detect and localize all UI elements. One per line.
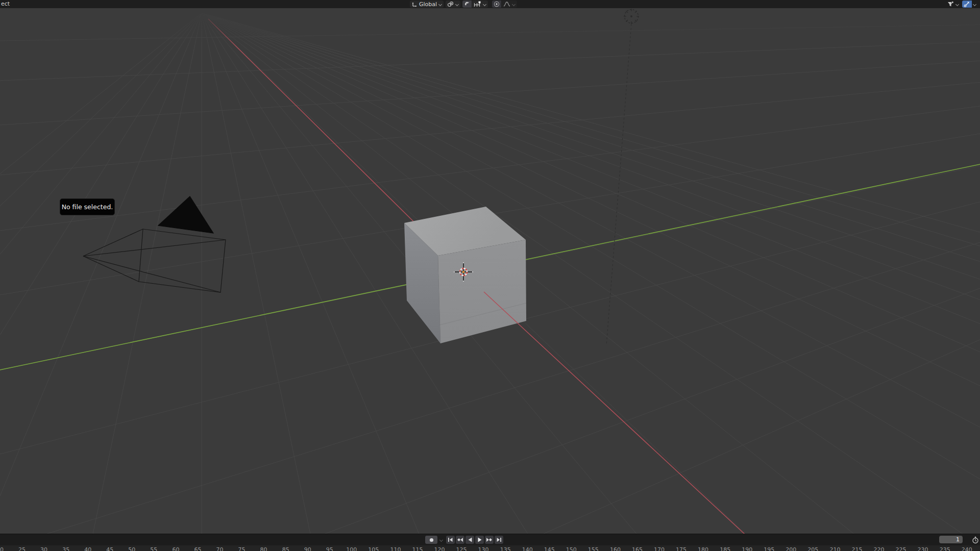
proportional-editing-toggle[interactable] xyxy=(492,1,501,8)
ruler-frame-label: 25 xyxy=(18,547,26,551)
ruler-frame-label: 175 xyxy=(676,547,687,551)
jump-to-end-button[interactable] xyxy=(495,536,503,544)
ruler-frame-label: 225 xyxy=(896,547,906,551)
timeline-header: 1 xyxy=(0,534,980,545)
timeline-editor: 1 20253035404550556065707580859095100105… xyxy=(0,534,980,551)
proportional-falloff-dropdown[interactable] xyxy=(502,1,517,8)
ruler-frame-label: 65 xyxy=(194,547,201,551)
chevron-down-icon[interactable] xyxy=(973,3,976,6)
ruler-frame-label: 90 xyxy=(304,547,311,551)
ruler-frame-label: 115 xyxy=(412,547,423,551)
select-menu-cropped[interactable]: ect xyxy=(1,1,10,8)
orientation-label: Global xyxy=(419,1,437,8)
ruler-frame-label: 170 xyxy=(654,547,665,551)
keying-set-chevron-icon[interactable] xyxy=(439,538,443,542)
ruler-frame-label: 190 xyxy=(742,547,752,551)
object-visibility-filter-dropdown[interactable] xyxy=(946,1,961,8)
play-reverse-icon xyxy=(468,537,473,542)
tooltip-text: No file selected. xyxy=(62,203,113,211)
prev-keyframe-button[interactable] xyxy=(456,536,464,544)
ruler-frame-label: 110 xyxy=(390,547,401,551)
ruler-frame-label: 135 xyxy=(500,547,511,551)
ruler-frame-label: 75 xyxy=(238,547,246,551)
show-gizmo-icon xyxy=(964,1,970,7)
ruler-frame-label: 200 xyxy=(786,547,796,551)
transform-orientation-icon xyxy=(411,1,418,7)
snap-target-dropdown[interactable] xyxy=(472,1,488,8)
ruler-frame-label: 40 xyxy=(84,547,91,551)
ruler-frame-label: 130 xyxy=(478,547,489,551)
ruler-frame-label: 195 xyxy=(764,547,774,551)
ruler-frame-label: 230 xyxy=(918,547,928,551)
stopwatch-icon xyxy=(972,536,979,544)
proportional-editing-icon xyxy=(494,1,500,7)
ruler-frame-label: 215 xyxy=(851,547,862,551)
ruler-frame-label: 125 xyxy=(456,547,467,551)
ruler-frame-label: 235 xyxy=(940,547,950,551)
ruler-frame-label: 240 xyxy=(962,547,972,551)
object-type-visibility-filter-icon xyxy=(947,1,954,7)
ruler-frame-label: 140 xyxy=(522,547,533,551)
ruler-frame-label: 185 xyxy=(720,547,730,551)
jump-to-start-icon xyxy=(448,537,453,542)
blender-window: ect Global xyxy=(0,0,980,551)
ruler-frame-label: 205 xyxy=(807,547,818,551)
ruler-frame-label: 50 xyxy=(128,547,135,551)
ruler-frame-label: 30 xyxy=(40,547,47,551)
ruler-frame-label: 155 xyxy=(588,547,599,551)
ruler-frame-label: 45 xyxy=(106,547,113,551)
chevron-down-icon xyxy=(955,3,959,6)
jump-to-start-button[interactable] xyxy=(446,536,455,544)
next-keyframe-button[interactable] xyxy=(485,536,494,544)
auto-key-record-button[interactable] xyxy=(425,536,437,544)
ruler-frame-label: 95 xyxy=(326,547,333,551)
stopwatch-button[interactable] xyxy=(970,535,980,544)
ruler-frame-label: 55 xyxy=(150,547,157,551)
ruler-frame-label: 100 xyxy=(346,547,357,551)
ruler-frame-label: 150 xyxy=(566,547,577,551)
viewport-3d[interactable] xyxy=(0,0,980,551)
snap-toggle-button[interactable] xyxy=(462,1,472,8)
ruler-frame-label: 105 xyxy=(368,547,379,551)
chevron-down-icon xyxy=(512,3,516,6)
current-frame-value: 1 xyxy=(956,536,960,543)
viewport-header: ect Global xyxy=(0,0,980,8)
jump-to-end-icon xyxy=(496,537,502,542)
chevron-down-icon xyxy=(483,3,486,6)
magnet-icon xyxy=(464,1,470,7)
ruler-frame-label: 20 xyxy=(0,547,4,551)
horizon-fade xyxy=(0,8,980,54)
snap-increment-icon xyxy=(474,1,481,7)
ruler-frame-label: 120 xyxy=(434,547,445,551)
ruler-frame-label: 60 xyxy=(172,547,179,551)
ruler-frame-label: 220 xyxy=(874,547,885,551)
ruler-frame-label: 35 xyxy=(62,547,69,551)
record-icon xyxy=(429,538,434,542)
ruler-frame-label: 80 xyxy=(260,547,267,551)
prev-keyframe-icon xyxy=(457,537,463,542)
ruler-frame-label: 165 xyxy=(632,547,643,551)
ruler-frame-label: 145 xyxy=(544,547,555,551)
tooltip: No file selected. xyxy=(60,198,115,215)
timeline-ruler[interactable]: 2025303540455055606570758085909510010511… xyxy=(0,545,980,551)
ruler-frame-label: 160 xyxy=(610,547,621,551)
transform-orientation-dropdown[interactable]: Global xyxy=(410,1,444,8)
ruler-frame-label: 70 xyxy=(216,547,224,551)
ruler-frame-label: 85 xyxy=(282,547,289,551)
pivot-point-icon xyxy=(447,1,454,7)
point-light-object[interactable] xyxy=(606,9,639,345)
ruler-frame-label: 210 xyxy=(829,547,840,551)
chevron-down-icon xyxy=(438,3,442,6)
show-gizmo-toggle[interactable] xyxy=(962,1,972,8)
play-forward-button[interactable] xyxy=(475,536,484,544)
current-frame-field[interactable]: 1 xyxy=(939,536,963,543)
camera-up-triangle xyxy=(158,196,213,233)
chevron-down-icon xyxy=(455,3,459,6)
play-forward-icon xyxy=(477,537,482,542)
play-reverse-button[interactable] xyxy=(465,536,474,544)
pivot-point-dropdown[interactable] xyxy=(446,1,460,8)
falloff-curve-icon xyxy=(503,1,510,7)
next-keyframe-icon xyxy=(486,537,493,542)
ruler-frame-label: 180 xyxy=(698,547,708,551)
